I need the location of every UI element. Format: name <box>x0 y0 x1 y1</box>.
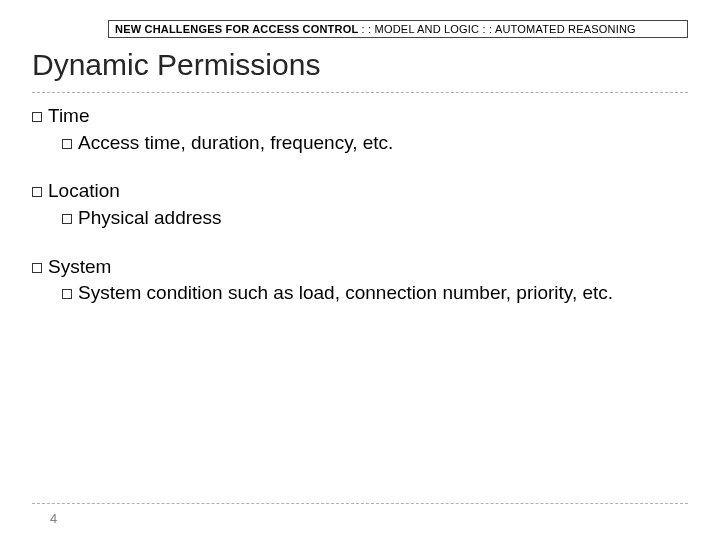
list-item: Time <box>32 104 688 129</box>
page-number: 4 <box>50 511 57 526</box>
bullet-label: System condition such as load, connectio… <box>78 282 613 303</box>
square-bullet-icon <box>32 112 42 122</box>
bullet-label: Access time, duration, frequency, etc. <box>78 132 393 153</box>
square-bullet-icon <box>32 263 42 273</box>
divider-top <box>32 92 688 93</box>
list-item: System condition such as load, connectio… <box>62 281 688 306</box>
square-bullet-icon <box>62 289 72 299</box>
square-bullet-icon <box>62 214 72 224</box>
list-item: Location <box>32 179 688 204</box>
bullet-label: System <box>48 256 111 277</box>
divider-bottom <box>32 503 688 504</box>
list-item: Access time, duration, frequency, etc. <box>62 131 688 156</box>
square-bullet-icon <box>32 187 42 197</box>
square-bullet-icon <box>62 139 72 149</box>
bullet-label: Time <box>48 105 90 126</box>
breadcrumb-rest: : : MODEL AND LOGIC : : AUTOMATED REASON… <box>358 23 636 35</box>
list-item: System <box>32 255 688 280</box>
bullet-label: Physical address <box>78 207 222 228</box>
breadcrumb-lead: NEW CHALLENGES FOR ACCESS CONTROL <box>115 23 358 35</box>
page-title: Dynamic Permissions <box>32 48 320 82</box>
breadcrumb-header: NEW CHALLENGES FOR ACCESS CONTROL : : MO… <box>108 20 688 38</box>
list-item: Physical address <box>62 206 688 231</box>
bullet-label: Location <box>48 180 120 201</box>
slide-body: Time Access time, duration, frequency, e… <box>32 100 688 306</box>
